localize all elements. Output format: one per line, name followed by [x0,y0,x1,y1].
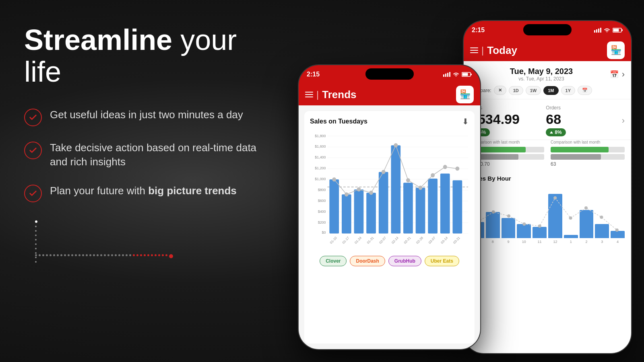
hamburger-icon-back[interactable] [470,47,478,53]
feature-item-2: Take decisive action based on real-time … [24,141,274,169]
sbh-x-labels: 7 8 9 10 11 12 1 2 3 4 [470,240,625,244]
feature-item-3: Plan your future with big picture trends [24,184,274,202]
svg-text:02-07: 02-07 [379,236,387,245]
svg-point-58 [357,187,361,191]
today-content: ‹ Tue, May 9, 2023 vs. Tue, Apr 11, 2023… [464,61,631,353]
period-1y-btn[interactable]: 1Y [561,86,575,95]
svg-point-56 [332,177,336,181]
sbh-bar [580,210,594,238]
svg-text:$400: $400 [318,210,326,214]
chart-title-row: Sales on Tuesdays ⬇ [310,117,469,126]
orders-label: Orders [546,105,613,111]
svg-text:$1,800: $1,800 [315,134,326,138]
sales-comparison: Comparison with last month 510.70 [470,140,544,167]
orders-bar-fill-2 [551,154,601,160]
svg-point-61 [394,143,398,147]
navbar-left-back: | Today [470,44,517,57]
period-1m-btn[interactable]: 1M [543,86,558,95]
navbar-title-front: Trends [322,88,356,101]
today-header: ‹ Tue, May 9, 2023 vs. Tue, Apr 11, 2023… [464,61,631,99]
svg-rect-19 [447,73,448,77]
sales-bar-track [470,147,544,152]
dot [35,261,37,263]
headline-bold: Streamline [24,24,172,56]
date-sub: vs. Tue, Apr 11, 2023 [510,76,573,82]
sbh-x-label: 12 [548,240,562,244]
sbh-x-label: 3 [595,240,609,244]
orders-prev: 63 [551,161,625,167]
dot [35,220,37,223]
svg-rect-18 [445,74,446,77]
hamburger-icon-front[interactable] [305,92,313,97]
dot [35,239,37,241]
chip-ubereats[interactable]: Uber Eats [425,256,459,266]
svg-text:$600: $600 [318,199,326,203]
svg-rect-54 [440,174,450,234]
svg-point-65 [443,165,447,169]
orders-comparison-label: Comparison with last month [551,140,625,144]
orders-bar-track [551,147,625,152]
dot [35,243,37,245]
svg-point-62 [406,178,410,182]
check-circle-2 [24,142,42,159]
next-arrow[interactable]: › [622,69,625,80]
dot [35,230,37,232]
svg-text:03-07: 03-07 [428,236,436,245]
store-icon-front[interactable]: 🏪 [456,86,474,103]
svg-rect-3 [600,28,601,33]
svg-rect-45 [329,179,339,233]
time-front: 2:15 [307,71,320,78]
download-icon[interactable]: ⬇ [462,117,469,126]
svg-text:$1,200: $1,200 [315,166,326,170]
period-1w-btn[interactable]: 1W [526,86,541,95]
phones-container: 2:15 [274,0,644,362]
status-icons-back [594,27,623,33]
period-1d-btn[interactable]: 1D [509,86,523,95]
date-right: 📅 › [610,69,625,80]
sbh-chart: 7 8 9 10 11 12 1 2 3 4 [470,186,625,250]
sbh-title: Sales By Hour [470,175,625,182]
chip-doordash[interactable]: DoorDash [350,256,385,266]
battery-icon-back [613,27,623,33]
phone-trends: 2:15 [298,64,481,350]
status-bar-back: 2:15 [464,21,631,39]
svg-text:02-14: 02-14 [391,236,399,245]
svg-rect-50 [391,145,400,233]
wifi-icon-back [604,28,610,33]
feature-text-3: Plan your future with big picture trends [50,184,237,198]
feature-item-1: Get useful ideas in just two minutes a d… [24,108,274,126]
sbh-x-label: 10 [517,240,531,244]
signal-icon-front [443,72,450,77]
dot [35,234,37,236]
bar-chart-area: $1,800 $1,600 $1,400 $1,200 $1,000 $800 … [310,130,469,251]
sales-comparison-label: Comparison with last month [470,140,544,144]
check-icon-2 [29,146,37,155]
chip-clover[interactable]: Clover [320,256,347,266]
sbh-bar [486,212,500,238]
compare-bars-section: Comparison with last month 510.70 [464,140,631,171]
compare-row: Compare: ✕ 1D 1W 1M 1Y 📅 [470,86,625,95]
svg-rect-51 [403,183,413,233]
sbh-x-label: 4 [611,240,625,244]
check-icon-3 [29,189,37,198]
svg-rect-23 [462,73,468,76]
signal-icon-back [594,28,601,33]
period-x-btn[interactable]: ✕ [494,86,506,95]
sbh-x-label: 11 [533,240,547,244]
date-main: Tue, May 9, 2023 [510,67,573,76]
svg-text:$800: $800 [318,188,326,192]
feature-text-1: Get useful ideas in just two minutes a d… [50,108,243,122]
dot [35,226,37,227]
calendar-icon[interactable]: 📅 [610,70,619,79]
status-icons-front [443,72,472,77]
period-cal-btn[interactable]: 📅 [578,86,592,95]
svg-rect-2 [598,29,599,33]
feature-list: Get useful ideas in just two minutes a d… [24,108,274,202]
svg-text:01-24: 01-24 [354,236,362,245]
svg-rect-49 [379,172,388,233]
sales-prev-row: 510.70 [470,161,544,167]
svg-rect-53 [428,179,438,234]
chip-grubhub[interactable]: GrubHub [388,256,421,266]
headline: Streamline your life [24,24,274,88]
store-icon-back[interactable]: 🏪 [607,41,625,59]
